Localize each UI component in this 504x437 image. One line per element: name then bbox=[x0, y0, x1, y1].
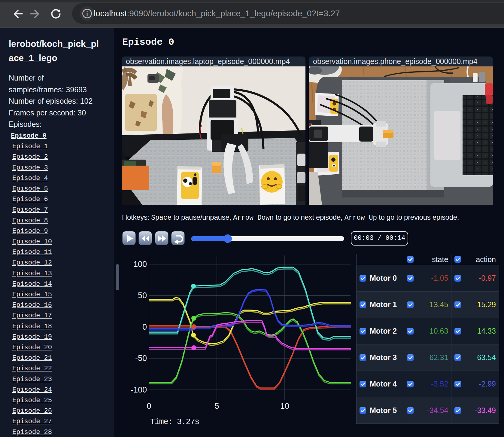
svg-text:0: 0 bbox=[142, 322, 147, 332]
svg-text:100: 100 bbox=[133, 260, 147, 269]
svg-text:-50: -50 bbox=[135, 354, 147, 363]
svg-text:50: 50 bbox=[138, 291, 147, 300]
svg-text:-100: -100 bbox=[131, 385, 147, 394]
svg-text:0: 0 bbox=[147, 402, 151, 411]
svg-text:5: 5 bbox=[214, 402, 219, 411]
svg-text:10: 10 bbox=[280, 402, 289, 411]
